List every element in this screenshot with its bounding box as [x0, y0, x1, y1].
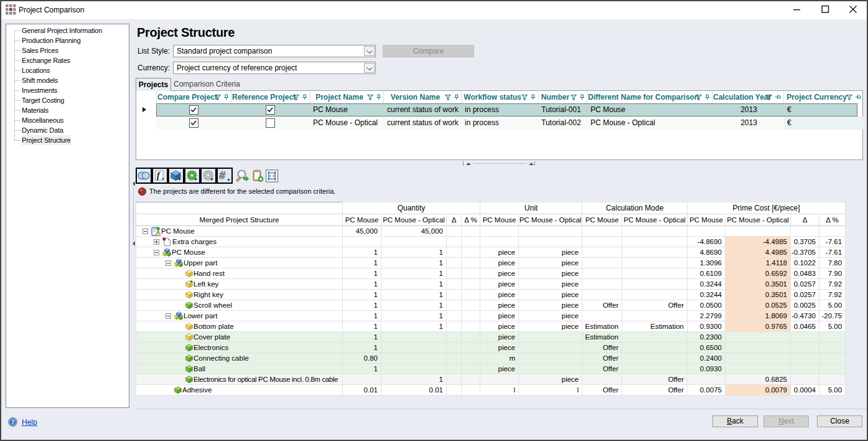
svg-text:?: ? — [11, 419, 14, 425]
svg-text:#: # — [219, 170, 226, 182]
